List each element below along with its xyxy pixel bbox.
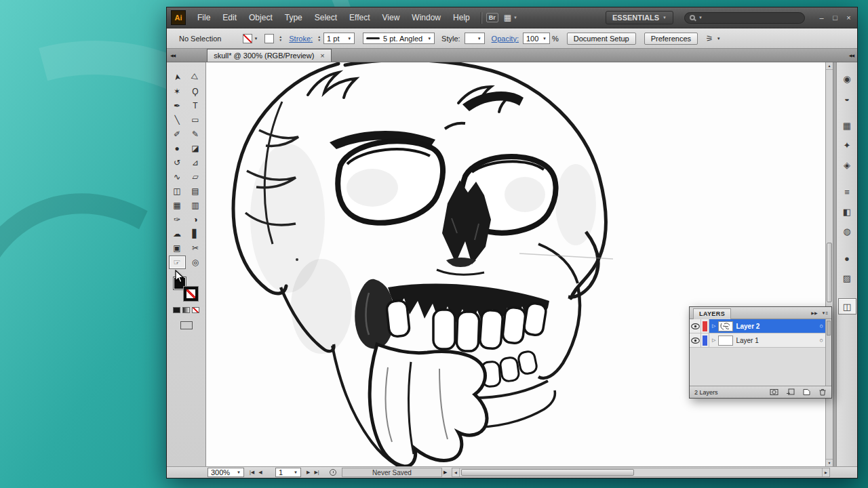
color-button[interactable]: [173, 307, 180, 313]
swatches-panel-icon[interactable]: ▦: [838, 117, 856, 134]
menu-select[interactable]: Select: [309, 7, 343, 28]
spin-down-icon[interactable]: ▼: [279, 39, 282, 42]
next-artboard-icon[interactable]: ▶: [307, 470, 310, 475]
delete-layer-trash-icon[interactable]: [818, 388, 827, 396]
arrange-documents-button[interactable]: ▦ ▼: [504, 13, 517, 22]
opacity-link[interactable]: Opacity:: [492, 35, 519, 43]
screen-mode-button[interactable]: [180, 321, 193, 329]
menu-file[interactable]: File: [191, 7, 216, 28]
stroke-panel-icon[interactable]: ≡: [838, 184, 856, 200]
previous-artboard-icon[interactable]: ◀: [258, 470, 262, 475]
slice-tool[interactable]: ✂: [187, 241, 204, 255]
opacity-input[interactable]: 100 ▼: [523, 33, 550, 44]
stroke-weight-spinner[interactable]: ▲ ▼: [317, 35, 321, 42]
magic-wand-tool[interactable]: ✶: [169, 85, 186, 98]
document-setup-button[interactable]: Document Setup: [567, 33, 636, 45]
visibility-toggle-eye-icon[interactable]: [690, 319, 701, 333]
symbols-panel-icon[interactable]: ◈: [838, 157, 856, 173]
paintbrush-tool[interactable]: ✐: [169, 127, 186, 141]
stroke-color-swatch[interactable]: [184, 287, 198, 301]
layer-name[interactable]: Layer 1: [736, 337, 816, 344]
layer-row[interactable]: ▷ Layer 2 ○: [690, 319, 831, 333]
layer-row[interactable]: ▷ Layer 1 ○: [690, 333, 831, 348]
tab-close-icon[interactable]: ×: [320, 52, 324, 60]
horizontal-scroll-thumb[interactable]: [461, 469, 634, 476]
rectangle-tool[interactable]: ▭: [187, 113, 204, 127]
menu-type[interactable]: Type: [279, 7, 309, 28]
shape-builder-tool[interactable]: ◫: [169, 184, 186, 198]
blob-brush-tool[interactable]: ●: [169, 142, 186, 155]
eraser-tool[interactable]: ◪: [187, 142, 204, 155]
workspace-switcher[interactable]: ESSENTIALS ▼: [606, 11, 673, 24]
eyedropper-tool[interactable]: ✑: [169, 213, 186, 226]
expand-triangle-icon[interactable]: ▷: [712, 338, 715, 343]
menu-view[interactable]: View: [376, 7, 406, 28]
visibility-toggle-eye-icon[interactable]: [690, 333, 701, 347]
pen-tool[interactable]: ✒: [169, 99, 186, 113]
hand-tool[interactable]: ☞: [169, 256, 186, 269]
none-button[interactable]: [192, 307, 199, 313]
layer-thumbnail[interactable]: [718, 336, 733, 346]
blend-tool[interactable]: ◑: [187, 213, 204, 226]
menu-help[interactable]: Help: [447, 7, 476, 28]
column-graph-tool[interactable]: ▋: [187, 227, 204, 241]
artboard-tool[interactable]: ▣: [169, 241, 186, 255]
panel-collapse-icon[interactable]: ▶▶: [811, 310, 817, 315]
layer-target-icon[interactable]: ○: [820, 337, 823, 344]
document-tab[interactable]: skull* @ 300% (RGB/Preview) ×: [207, 49, 332, 62]
gradient-button[interactable]: [182, 307, 190, 313]
collapse-dock-icon[interactable]: ◀◀: [846, 53, 857, 58]
search-input[interactable]: ▼: [684, 12, 805, 24]
symbol-sprayer-tool[interactable]: ☁: [169, 227, 186, 241]
expand-triangle-icon[interactable]: ▷: [712, 323, 715, 329]
close-button[interactable]: ×: [844, 14, 853, 22]
selection-tool[interactable]: ➤: [169, 68, 185, 87]
gradient-panel-icon[interactable]: ◧: [838, 203, 856, 220]
brushes-panel-icon[interactable]: ✦: [838, 137, 856, 153]
fill-swatch-none-icon[interactable]: [243, 34, 252, 43]
scroll-right-icon[interactable]: ▶: [822, 468, 829, 476]
caret-down-icon[interactable]: ▼: [254, 37, 258, 41]
layers-panel-tab[interactable]: LAYERS: [693, 308, 731, 319]
minimize-button[interactable]: –: [817, 14, 826, 22]
mesh-tool[interactable]: ▦: [169, 199, 186, 212]
scroll-left-icon[interactable]: ◀: [452, 468, 460, 476]
collapse-left-icon[interactable]: ◀◀: [167, 53, 178, 58]
graphic-styles-panel-icon[interactable]: ▨: [838, 270, 856, 286]
scale-tool[interactable]: ⊿: [187, 156, 204, 169]
stroke-swatch-icon[interactable]: [264, 34, 274, 43]
preferences-button[interactable]: Preferences: [644, 33, 698, 45]
layers-panel-icon[interactable]: ◫: [838, 298, 856, 314]
free-transform-tool[interactable]: ▱: [187, 170, 204, 184]
artboard-navigation-dropdown[interactable]: 1 ▼: [275, 468, 301, 477]
scroll-down-icon[interactable]: ▼: [826, 459, 833, 466]
horizontal-scrollbar[interactable]: ◀ ▶: [452, 468, 830, 477]
brush-definition-dropdown[interactable]: 5 pt. Angled ▼: [363, 33, 435, 44]
zoom-level-dropdown[interactable]: 300% ▼: [208, 468, 244, 477]
status-options-icon[interactable]: ▶: [443, 468, 447, 477]
make-clipping-mask-icon[interactable]: [770, 388, 778, 396]
menu-edit[interactable]: Edit: [216, 7, 243, 28]
rotate-tool[interactable]: ↺: [169, 156, 186, 169]
lasso-tool[interactable]: Ϙ: [187, 85, 204, 98]
transparency-panel-icon[interactable]: ◍: [838, 223, 856, 239]
stroke-spinner[interactable]: ▲ ▼: [279, 35, 282, 42]
layer-target-icon[interactable]: ○: [820, 323, 823, 329]
layer-name[interactable]: Layer 2: [736, 323, 816, 330]
layers-scrollbar[interactable]: [825, 319, 831, 386]
save-status-field[interactable]: Never Saved: [342, 468, 442, 477]
new-layer-icon[interactable]: [802, 388, 811, 396]
scroll-up-icon[interactable]: ▲: [826, 62, 833, 70]
zoom-tool[interactable]: ◎: [187, 256, 204, 269]
color-panel-icon[interactable]: ◉: [838, 70, 856, 87]
spin-down-icon[interactable]: ▼: [317, 39, 321, 42]
pencil-tool[interactable]: ✎: [187, 127, 204, 141]
stroke-link[interactable]: Stroke:: [289, 35, 313, 43]
canvas[interactable]: [206, 62, 825, 466]
menu-effect[interactable]: Effect: [343, 7, 376, 28]
color-guide-panel-icon[interactable]: ◒: [838, 90, 856, 106]
stroke-weight-dropdown[interactable]: 1 pt ▼: [323, 33, 355, 44]
vertical-scroll-thumb[interactable]: [827, 243, 832, 302]
line-segment-tool[interactable]: ╲: [169, 113, 186, 127]
first-artboard-icon[interactable]: |◀: [250, 470, 254, 475]
